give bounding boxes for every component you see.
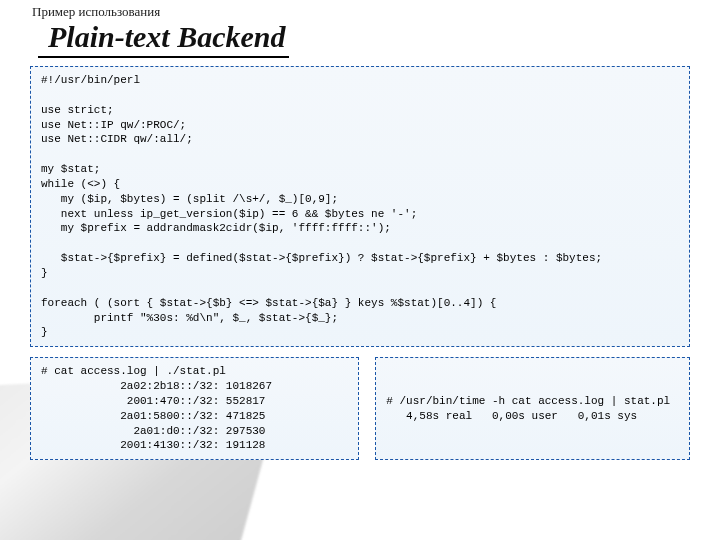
slide-content: Пример использования Plain-text Backend …	[0, 0, 720, 460]
slide-subtitle: Пример использования	[32, 4, 690, 20]
code-output: # cat access.log | ./stat.pl 2a02:2b18::…	[30, 357, 359, 460]
slide-title: Plain-text Backend	[38, 20, 289, 58]
code-main: #!/usr/bin/perl use strict; use Net::IP …	[30, 66, 690, 347]
code-timing: # /usr/bin/time -h cat access.log | stat…	[375, 357, 690, 460]
output-row: # cat access.log | ./stat.pl 2a02:2b18::…	[30, 357, 690, 460]
